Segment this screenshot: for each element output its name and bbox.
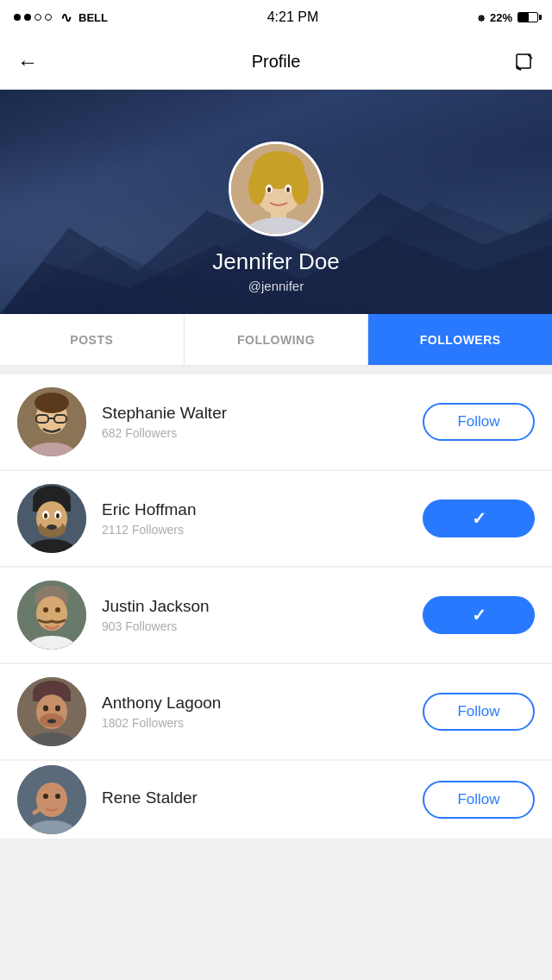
profile-cover: Jennifer Doe @jennifer <box>0 90 552 314</box>
svg-point-44 <box>43 706 48 712</box>
avatar <box>17 387 86 456</box>
tabs: POSTS FOLLOWING FOLLOWERS <box>0 314 552 366</box>
avatar <box>17 484 86 553</box>
follower-name: Eric Hoffman <box>102 500 423 519</box>
nav-bar: ← Profile <box>0 35 552 90</box>
status-bar: ∿ BELL 4:21 PM ⎈ 22% <box>0 0 552 35</box>
follower-item: Eric Hoffman 2112 Followers ✓ <box>0 471 552 566</box>
tab-followers[interactable]: FOLLOWERS <box>368 314 552 365</box>
signal-dot-3 <box>34 14 41 21</box>
svg-point-38 <box>55 607 60 612</box>
follow-button[interactable]: Follow <box>423 693 535 731</box>
avatar <box>17 581 86 650</box>
follower-info: Rene Stalder <box>86 788 423 811</box>
follower-item: Rene Stalder Follow <box>0 761 552 839</box>
follower-info: Anthony Lagoon 1802 Followers <box>86 694 423 730</box>
back-button[interactable]: ← <box>17 50 52 74</box>
carrier-label: BELL <box>78 11 108 24</box>
avatar <box>17 677 86 746</box>
follower-item: Justin Jackson 903 Followers ✓ <box>0 568 552 663</box>
battery-icon <box>518 12 538 22</box>
svg-point-37 <box>43 607 48 612</box>
follower-info: Eric Hoffman 2112 Followers <box>86 500 423 537</box>
follow-button[interactable]: Follow <box>423 403 535 441</box>
follower-info: Stephanie Walter 682 Followers <box>86 404 423 440</box>
follow-button[interactable]: Follow <box>423 781 535 819</box>
follower-name: Anthony Lagoon <box>102 694 423 713</box>
signal-dot-2 <box>24 14 31 21</box>
follower-info: Justin Jackson 903 Followers <box>86 597 423 633</box>
follower-count: 1802 Followers <box>102 716 423 730</box>
svg-point-28 <box>44 513 47 518</box>
svg-point-14 <box>286 187 290 192</box>
follower-item: Stephanie Walter 682 Followers Follow <box>0 374 552 469</box>
svg-point-32 <box>47 525 57 530</box>
bluetooth-icon: ⎈ <box>478 11 485 24</box>
follower-item: Anthony Lagoon 1802 Followers Follow <box>0 664 552 759</box>
svg-point-45 <box>55 706 60 712</box>
page-title: Profile <box>252 52 301 72</box>
svg-rect-0 <box>517 54 530 68</box>
svg-point-8 <box>292 170 309 204</box>
battery-tip <box>539 15 542 20</box>
profile-name: Jennifer Doe <box>212 248 339 275</box>
svg-point-51 <box>43 794 48 799</box>
status-time: 4:21 PM <box>267 9 319 25</box>
follower-count: 2112 Followers <box>102 523 423 537</box>
follower-count: 682 Followers <box>102 426 423 440</box>
checkmark-icon: ✓ <box>472 508 486 529</box>
svg-point-29 <box>56 513 60 518</box>
signal-dot-1 <box>14 14 21 21</box>
avatar <box>17 765 86 834</box>
followers-list: Stephanie Walter 682 Followers Follow <box>0 366 552 849</box>
edit-button[interactable] <box>500 52 535 72</box>
status-right: ⎈ 22% <box>478 11 538 24</box>
checkmark-icon: ✓ <box>472 605 486 625</box>
svg-point-52 <box>55 794 60 799</box>
profile-avatar <box>229 141 323 236</box>
svg-point-13 <box>267 187 271 192</box>
follower-count: 903 Followers <box>102 619 423 633</box>
tab-following[interactable]: FOLLOWING <box>185 314 369 365</box>
profile-handle: @jennifer <box>248 279 304 293</box>
battery-percent: 22% <box>490 11 512 24</box>
signal-dot-4 <box>45 14 52 21</box>
follower-name: Stephanie Walter <box>102 404 423 423</box>
wifi-icon: ∿ <box>60 9 72 26</box>
svg-point-47 <box>47 719 56 724</box>
status-left: ∿ BELL <box>14 9 108 26</box>
battery-fill <box>518 13 529 22</box>
svg-point-50 <box>36 782 67 817</box>
follower-name: Justin Jackson <box>102 597 423 616</box>
following-button[interactable]: ✓ <box>423 596 535 634</box>
following-button[interactable]: ✓ <box>423 499 535 537</box>
svg-point-7 <box>248 170 266 204</box>
follower-name: Rene Stalder <box>102 788 423 807</box>
tab-posts[interactable]: POSTS <box>0 314 185 365</box>
svg-point-20 <box>34 393 69 413</box>
